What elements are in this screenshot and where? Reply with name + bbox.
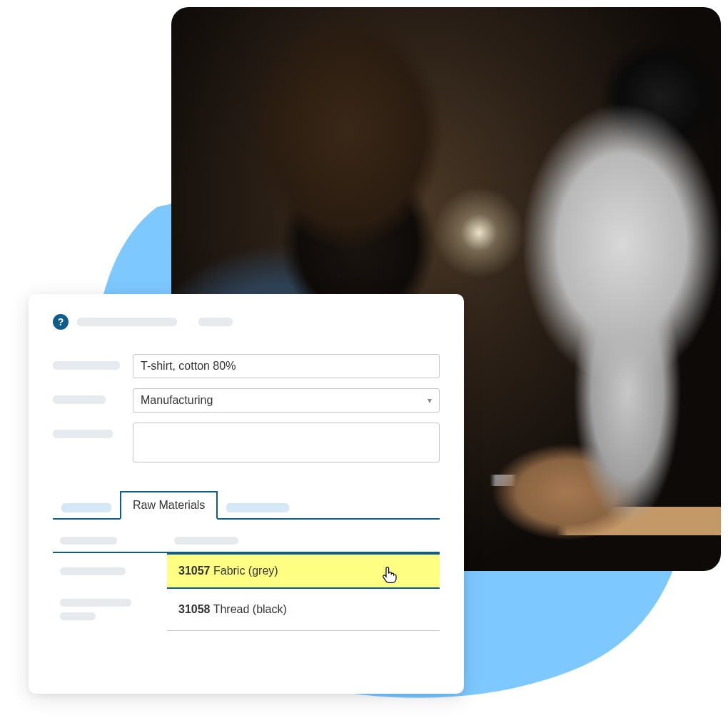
tab-placeholder-left[interactable] [53,497,120,518]
category-select[interactable]: Manufacturing ▾ [133,388,440,413]
meta-placeholder [60,567,126,575]
tab-placeholder-right[interactable] [218,497,298,518]
material-name: Fabric (grey) [213,565,278,577]
description-textarea[interactable] [133,423,440,462]
label-placeholder [53,395,106,404]
category-value: Manufacturing [141,394,213,407]
chevron-down-icon: ▾ [428,395,432,405]
card-header: ? [53,314,440,330]
meta-placeholder [60,612,96,620]
product-name-input[interactable]: T-shirt, cotton 80% [133,354,440,378]
label-placeholder [53,430,113,438]
pointer-cursor-icon [381,566,397,587]
product-name-value: T-shirt, cotton 80% [141,360,236,373]
help-icon[interactable]: ? [53,314,69,330]
col-header-placeholder [174,537,238,545]
material-row-highlighted[interactable]: 31057 Fabric (grey) [167,553,440,589]
description-row [53,423,440,462]
title-placeholder [77,318,177,326]
row-meta [53,589,167,630]
product-form-card: ? T-shirt, cotton 80% Manufacturing ▾ Ra… [29,294,464,694]
row-meta [53,557,167,585]
table-row: 31058 Thread (black) [53,589,440,630]
material-code: 31058 [178,603,211,615]
materials-table: 31057 Fabric (grey) 31058 Thread (black) [53,537,440,631]
col-header-placeholder [60,537,117,545]
label-placeholder [53,361,120,370]
category-row: Manufacturing ▾ [53,388,440,413]
material-code: 31057 [178,565,211,577]
product-name-row: T-shirt, cotton 80% [53,354,440,378]
table-row: 31057 Fabric (grey) [53,553,440,589]
tab-label: Raw Materials [133,499,205,511]
material-row[interactable]: 31058 Thread (black) [167,593,440,626]
tab-raw-materials[interactable]: Raw Materials [120,491,218,520]
table-header [53,537,440,552]
subtitle-placeholder [198,318,233,326]
row-divider [167,630,440,631]
meta-placeholder [60,599,131,607]
material-name: Thread (black) [213,603,287,615]
tabs-bar: Raw Materials [53,491,440,520]
